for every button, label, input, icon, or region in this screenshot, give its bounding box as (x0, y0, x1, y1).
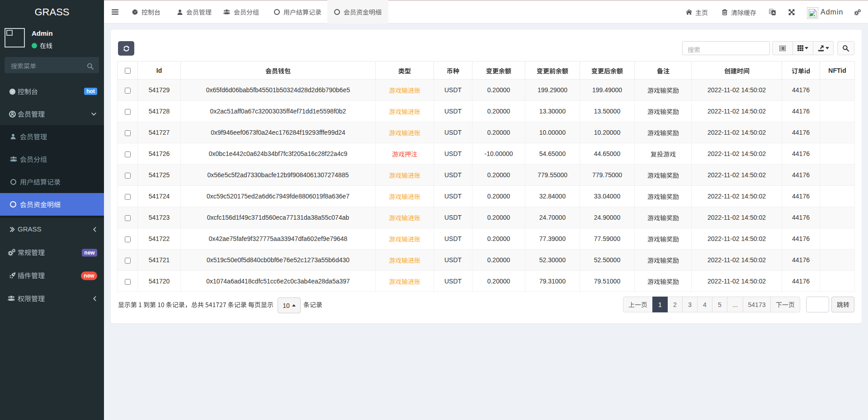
svg-text:A: A (772, 11, 775, 15)
